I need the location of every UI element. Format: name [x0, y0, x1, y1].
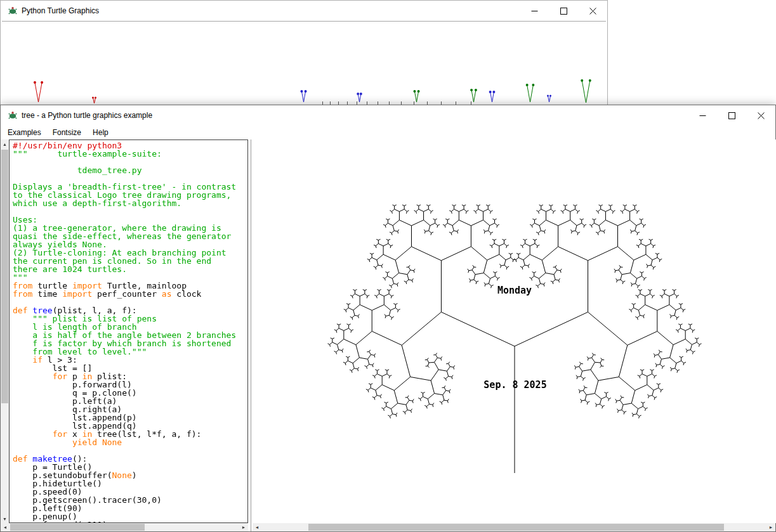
scroll-right-icon: ►	[769, 525, 773, 529]
back-window-controls	[520, 1, 607, 21]
close-button[interactable]	[578, 1, 607, 21]
close-icon	[589, 8, 596, 15]
back-window-title: Python Turtle Graphics	[22, 1, 99, 21]
scroll-right-button[interactable]: ►	[766, 523, 775, 531]
maximize-button[interactable]	[549, 1, 578, 21]
minimize-icon	[531, 8, 538, 15]
scroll-up-button[interactable]: ▲	[1, 139, 9, 148]
front-window-title: tree - a Python turtle graphics example	[22, 105, 152, 126]
turtle-canvas-surface	[253, 139, 776, 523]
menu-examples[interactable]: Examples	[2, 126, 47, 139]
code-hscroll-thumb[interactable]	[10, 524, 145, 531]
menubar: Examples Fontsize Help	[1, 126, 775, 139]
pane-divider[interactable]	[251, 139, 251, 531]
code-vscroll-thumb[interactable]	[1, 150, 8, 403]
code-area: #!/usr/bin/env python3""" turtle-example…	[13, 141, 247, 523]
code-line: yield None	[13, 438, 247, 446]
code-line: """ turtle-example-suite:	[13, 150, 247, 158]
scroll-right-icon: ►	[242, 525, 246, 529]
maximize-icon	[560, 8, 567, 15]
turtle-graphics-pane	[253, 139, 776, 523]
code-line	[13, 207, 247, 216]
scroll-down-icon: ▼	[3, 517, 7, 521]
code-line: which use a depth-first-algorithm.	[13, 199, 247, 207]
scroll-left-icon: ◄	[255, 525, 260, 529]
close-button[interactable]	[746, 105, 775, 126]
maximize-button[interactable]	[717, 105, 746, 126]
code-line: tdemo_tree.py	[13, 166, 247, 174]
back-titlebar[interactable]: Python Turtle Graphics	[1, 1, 607, 21]
scroll-right-button[interactable]: ►	[239, 523, 248, 531]
code-line: from time import perf_counter as clock	[13, 290, 247, 298]
code-line: there are 1024 turtles.	[13, 265, 247, 273]
turtle-app-icon	[8, 6, 18, 16]
scroll-down-button[interactable]: ▼	[1, 514, 9, 523]
scroll-up-icon: ▲	[3, 142, 7, 146]
maximize-icon	[728, 112, 735, 119]
desktop: { "icons": { "scroll_up": "▲", "scroll_d…	[0, 0, 776, 532]
back-canvas-surface	[2, 22, 606, 107]
turtle-app-icon	[8, 110, 18, 120]
front-window-content: ▲ ▼ #!/usr/bin/env python3""" turtle-exa…	[1, 139, 775, 531]
front-window-controls	[688, 105, 775, 126]
scroll-left-button[interactable]: ◄	[1, 523, 10, 531]
minimize-button[interactable]	[520, 1, 549, 21]
front-titlebar[interactable]: tree - a Python turtle graphics example	[1, 105, 775, 126]
scroll-left-button[interactable]: ◄	[253, 523, 261, 531]
minimize-button[interactable]	[688, 105, 717, 126]
minimize-icon	[699, 112, 706, 119]
canvas-hscroll-thumb[interactable]	[308, 524, 724, 531]
close-icon	[758, 112, 765, 119]
code-horizontal-scrollbar[interactable]: ◄ ►	[1, 523, 248, 531]
scroll-left-icon: ◄	[3, 525, 8, 529]
code-vertical-scrollbar[interactable]: ▲ ▼	[1, 139, 9, 523]
canvas-horizontal-scrollbar[interactable]: ◄ ►	[253, 523, 775, 531]
menu-fontsize[interactable]: Fontsize	[47, 126, 87, 139]
code-viewer[interactable]: #!/usr/bin/env python3""" turtle-example…	[9, 139, 248, 523]
front-window: tree - a Python turtle graphics example …	[0, 105, 776, 532]
menu-help[interactable]: Help	[87, 126, 114, 139]
